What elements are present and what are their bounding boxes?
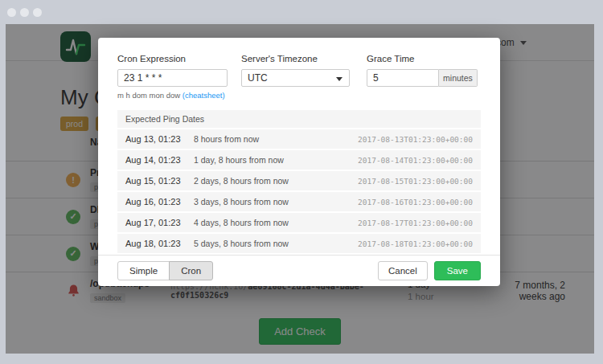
ping-iso-timestamp: 2017-08-17T01:23:00+00:00: [358, 219, 473, 227]
simple-mode-button[interactable]: Simple: [117, 261, 170, 280]
modal-footer: Simple Cron Cancel Save: [98, 255, 500, 286]
grace-time-input[interactable]: [367, 69, 439, 87]
expected-ping-dates-panel: Expected Ping Dates Aug 13, 01:23 8 hour…: [117, 110, 481, 253]
cron-expression-input[interactable]: [117, 69, 228, 87]
ping-iso-timestamp: 2017-08-15T01:23:00+00:00: [358, 177, 473, 186]
ping-date: Aug 13, 01:23: [125, 134, 194, 144]
ping-date-row: Aug 13, 01:23 8 hours from now 2017-08-1…: [117, 129, 481, 149]
ping-date: Aug 15, 01:23: [125, 176, 194, 186]
timezone-label: Server's Timezone: [241, 54, 350, 63]
timezone-select[interactable]: UTC: [241, 69, 350, 87]
cron-hint-text: m h dom mon dow: [117, 91, 180, 100]
ping-relative: 8 hours from now: [194, 134, 358, 144]
window-control-dot[interactable]: [20, 8, 29, 17]
ping-relative: 5 days, 8 hours from now: [194, 239, 358, 248]
ping-date-row: Aug 16, 01:23 3 days, 8 hours from now 2…: [117, 192, 481, 211]
ping-date: Aug 14, 01:23: [125, 155, 194, 165]
ping-date-row: Aug 14, 01:23 1 day, 8 hours from now 20…: [117, 150, 481, 170]
ping-relative: 1 day, 8 hours from now: [194, 155, 358, 165]
ping-iso-timestamp: 2017-08-18T01:23:00+00:00: [358, 239, 473, 248]
ping-iso-timestamp: 2017-08-13T01:23:00+00:00: [358, 135, 473, 144]
ping-date-row: Aug 18, 01:23 5 days, 8 hours from now 2…: [117, 234, 481, 253]
ping-date: Aug 17, 01:23: [125, 218, 194, 227]
ping-relative: 2 days, 8 hours from now: [194, 176, 358, 186]
ping-date-row: Aug 15, 01:23 2 days, 8 hours from now 2…: [117, 171, 481, 190]
cron-hint: m h dom mon dow (cheatsheet): [117, 91, 228, 100]
grace-unit-addon: minutes: [439, 69, 478, 87]
cron-expression-label: Cron Expression: [117, 54, 228, 63]
ping-iso-timestamp: 2017-08-16T01:23:00+00:00: [358, 198, 473, 207]
chevron-down-icon: [336, 77, 343, 81]
save-button[interactable]: Save: [434, 261, 481, 280]
grace-time-label: Grace Time: [367, 54, 478, 63]
ping-iso-timestamp: 2017-08-14T01:23:00+00:00: [358, 156, 473, 165]
cancel-button[interactable]: Cancel: [378, 261, 428, 280]
ping-dates-header: Expected Ping Dates: [117, 110, 481, 128]
timezone-selected-value: UTC: [248, 72, 268, 84]
browser-window: user@gmail.com My Checks prod worker Nam…: [0, 0, 603, 364]
schedule-editor-modal: Cron Expression m h dom mon dow (cheatsh…: [98, 38, 500, 286]
window-control-dot[interactable]: [7, 8, 16, 17]
ping-date: Aug 18, 01:23: [125, 239, 194, 248]
window-titlebar: [0, 0, 603, 24]
schedule-mode-toggle: Simple Cron: [117, 261, 213, 280]
ping-relative: 4 days, 8 hours from now: [194, 218, 358, 227]
ping-date-row: Aug 17, 01:23 4 days, 8 hours from now 2…: [117, 213, 481, 232]
cron-mode-button[interactable]: Cron: [169, 261, 213, 280]
ping-relative: 3 days, 8 hours from now: [194, 197, 358, 207]
ping-date: Aug 16, 01:23: [125, 197, 194, 207]
window-control-dot[interactable]: [33, 8, 42, 17]
cheatsheet-link[interactable]: (cheatsheet): [183, 91, 225, 100]
